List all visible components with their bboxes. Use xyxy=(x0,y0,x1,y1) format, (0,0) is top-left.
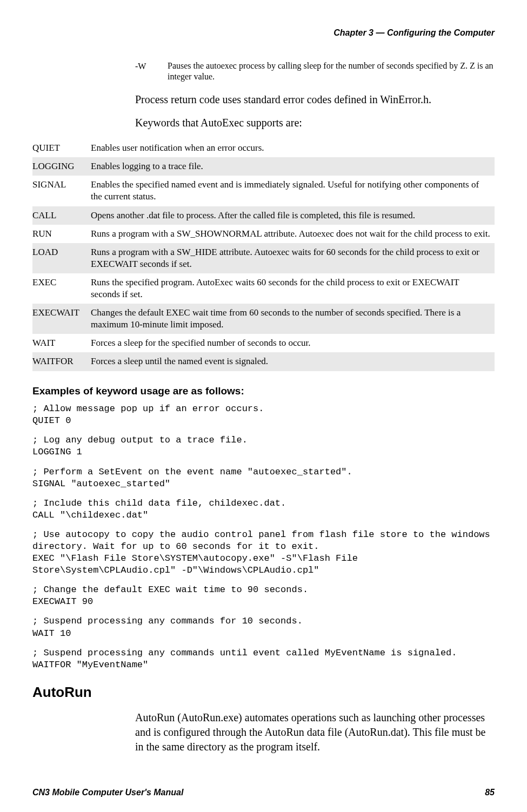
option-key: -W xyxy=(135,61,168,83)
keyword-desc: Changes the default EXEC wait time from … xyxy=(91,304,495,334)
table-row: QUIET Enables user notification when an … xyxy=(32,139,495,157)
keyword-name: CALL xyxy=(32,206,91,225)
keyword-desc: Enables the specified named event and is… xyxy=(91,176,495,206)
keyword-desc: Enables logging to a trace file. xyxy=(91,157,495,176)
keyword-name: LOGGING xyxy=(32,157,91,176)
code-example: ; Suspend processing any commands for 10… xyxy=(32,615,495,639)
keyword-desc: Forces a sleep for the specified number … xyxy=(91,334,495,352)
keyword-desc: Enables user notification when an error … xyxy=(91,139,495,157)
paragraph-return-code: Process return code uses standard error … xyxy=(135,92,495,107)
code-example: ; Suspend processing any commands until … xyxy=(32,647,495,671)
keyword-name: EXECWAIT xyxy=(32,304,91,334)
paragraph-keywords-intro: Keywords that AutoExec supports are: xyxy=(135,116,495,130)
table-row: EXEC Runs the specified program. AutoExe… xyxy=(32,273,495,304)
option-row: -W Pauses the autoexec process by callin… xyxy=(135,61,495,83)
code-example: ; Allow message pop up if an error occur… xyxy=(32,403,495,427)
page-header: Chapter 3 — Configuring the Computer xyxy=(32,27,495,39)
table-row: CALL Opens another .dat file to process.… xyxy=(32,206,495,225)
keyword-name: WAITFOR xyxy=(32,352,91,371)
autorun-heading: AutoRun xyxy=(32,683,495,702)
code-example: ; Use autocopy to copy the audio control… xyxy=(32,529,495,576)
keyword-name: EXEC xyxy=(32,273,91,304)
footer-left: CN3 Mobile Computer User's Manual xyxy=(32,787,183,798)
keyword-desc: Runs the specified program. AutoExec wai… xyxy=(91,273,495,304)
keyword-name: LOAD xyxy=(32,243,91,273)
table-row: RUN Runs a program with a SW_SHOWNORMAL … xyxy=(32,225,495,243)
page-footer: CN3 Mobile Computer User's Manual 85 xyxy=(32,787,495,798)
keyword-name: RUN xyxy=(32,225,91,243)
code-example: ; Change the default EXEC wait time to 9… xyxy=(32,584,495,608)
examples-heading: Examples of keyword usage are as follows… xyxy=(32,384,495,398)
keyword-name: SIGNAL xyxy=(32,176,91,206)
footer-page-number: 85 xyxy=(485,787,495,798)
table-row: WAITFOR Forces a sleep until the named e… xyxy=(32,352,495,371)
keyword-desc: Runs a program with a SW_HIDE attribute.… xyxy=(91,243,495,273)
table-row: WAIT Forces a sleep for the specified nu… xyxy=(32,334,495,352)
keyword-name: QUIET xyxy=(32,139,91,157)
table-row: LOGGING Enables logging to a trace file. xyxy=(32,157,495,176)
autorun-body: AutoRun (AutoRun.exe) automates operatio… xyxy=(135,710,495,754)
table-row: EXECWAIT Changes the default EXEC wait t… xyxy=(32,304,495,334)
code-example: ; Include this child data file, childexe… xyxy=(32,498,495,521)
keyword-desc: Runs a program with a SW_SHOWNORMAL attr… xyxy=(91,225,495,243)
table-row: LOAD Runs a program with a SW_HIDE attri… xyxy=(32,243,495,273)
option-desc: Pauses the autoexec process by calling s… xyxy=(168,61,495,83)
keyword-name: WAIT xyxy=(32,334,91,352)
code-example: ; Perform a SetEvent on the event name "… xyxy=(32,466,495,490)
keywords-table: QUIET Enables user notification when an … xyxy=(32,139,495,371)
keyword-desc: Forces a sleep until the named event is … xyxy=(91,352,495,371)
code-example: ; Log any debug output to a trace file. … xyxy=(32,434,495,458)
table-row: SIGNAL Enables the specified named event… xyxy=(32,176,495,206)
keyword-desc: Opens another .dat file to process. Afte… xyxy=(91,206,495,225)
